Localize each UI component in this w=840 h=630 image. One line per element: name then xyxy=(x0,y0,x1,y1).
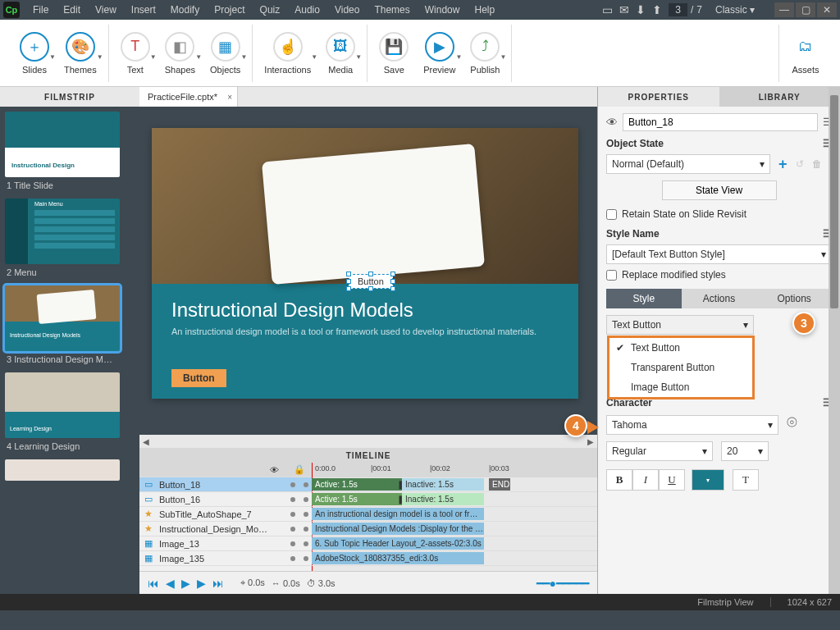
font-size-select[interactable]: 20▾ xyxy=(721,441,769,461)
slide-thumb-5[interactable] xyxy=(5,459,135,481)
plus-icon: ＋ xyxy=(20,32,49,62)
menu-help[interactable]: Help xyxy=(468,2,501,17)
dropdown-option-text-button[interactable]: ✔Text Button xyxy=(609,338,752,358)
timeline-row-subtitle[interactable]: ★SubTitle_AutoShape_7 xyxy=(139,507,312,522)
toolbar: ＋Slides▼ 🎨Themes▼ TText▼ ◧Shapes▼ ▦Objec… xyxy=(0,20,840,87)
grid-icon: ▦ xyxy=(211,32,240,62)
horizontal-scrollbar[interactable]: ◀▶ xyxy=(139,435,597,448)
button-type-select[interactable]: Text Button▾ ✔Text Button Transparent Bu… xyxy=(606,315,754,335)
state-view-button[interactable]: State View xyxy=(662,180,777,200)
timeline-play-button[interactable]: ▶ xyxy=(181,577,190,590)
assets-tool[interactable]: 🗂Assets xyxy=(791,32,820,75)
tab-library[interactable]: LIBRARY xyxy=(719,87,841,107)
menu-quiz[interactable]: Quiz xyxy=(253,2,287,17)
font-family-select[interactable]: Tahoma▾ xyxy=(606,415,778,435)
slide-sep: / xyxy=(691,4,693,16)
close-button[interactable]: ✕ xyxy=(817,2,837,17)
sub-tab-style[interactable]: Style xyxy=(606,289,682,308)
menu-project[interactable]: Project xyxy=(208,2,251,17)
timeline-zoom-slider[interactable]: ━━●━━━━━ xyxy=(536,577,589,590)
menu-modify[interactable]: Modify xyxy=(164,2,206,17)
menu-themes[interactable]: Themes xyxy=(368,2,416,17)
eye-icon[interactable]: 👁 xyxy=(270,465,279,475)
timeline-row-button18[interactable]: ▭Button_18 xyxy=(139,477,312,492)
menu-file[interactable]: File xyxy=(26,2,55,17)
save-tool[interactable]: 💾Save xyxy=(379,32,409,75)
text-icon: T xyxy=(121,32,150,62)
timeline-prev-button[interactable]: ◀ xyxy=(166,577,175,590)
menu-insert[interactable]: Insert xyxy=(125,2,162,17)
media-tool[interactable]: 🖼Media▼ xyxy=(326,32,355,75)
upload-icon[interactable]: ⬆ xyxy=(652,3,662,16)
slide-thumb-3[interactable]: Instructional Design Models 3 Instructio… xyxy=(5,285,135,364)
object-name-input[interactable] xyxy=(623,113,818,131)
slide-thumb-2[interactable]: Main Menu 2 Menu xyxy=(5,199,135,277)
typekit-icon[interactable]: ⦾ xyxy=(787,415,797,435)
style-name-select[interactable]: [Default Text Button Style]▾ xyxy=(606,244,832,264)
callout-4-pointer xyxy=(587,421,599,434)
properties-panel: PROPERTIES LIBRARY 👁 ☰ Object State☰ Nor… xyxy=(597,87,840,594)
app-logo: Cp xyxy=(3,2,20,18)
delete-state-icon[interactable]: 🗑 xyxy=(812,158,822,170)
state-reset-icon[interactable]: ↺ xyxy=(796,158,804,170)
timeline-row-image13[interactable]: ▦Image_13 xyxy=(139,536,312,551)
underline-button[interactable]: U xyxy=(659,469,685,491)
publish-icon: ⤴ xyxy=(470,32,500,62)
lock-icon[interactable]: 🔒 xyxy=(294,464,305,475)
slides-tool[interactable]: ＋Slides▼ xyxy=(20,32,49,75)
save-icon: 💾 xyxy=(379,32,409,62)
timeline-next-button[interactable]: ▶ xyxy=(197,577,206,590)
shapes-tool[interactable]: ◧Shapes▼ xyxy=(165,32,195,75)
timeline-first-button[interactable]: ⏮ xyxy=(148,577,159,590)
interactions-tool[interactable]: ☝Interactions▼ xyxy=(264,32,311,75)
text-color-swatch[interactable]: ▾ xyxy=(692,469,724,491)
sub-tab-options[interactable]: Options xyxy=(756,289,832,308)
timeline-ruler[interactable]: 0:00.0 |00:01 |00:02 |00:03 xyxy=(312,463,597,477)
slide-thumb-1[interactable]: Instructional Design 1 Title Slide xyxy=(5,112,135,190)
menu-audio[interactable]: Audio xyxy=(288,2,326,17)
menu-edit[interactable]: Edit xyxy=(57,2,87,17)
retain-state-checkbox[interactable] xyxy=(606,209,617,220)
state-select[interactable]: Normal (Default)▾ xyxy=(606,154,770,174)
timeline-row-title[interactable]: ★Instructional_Design_Mo… xyxy=(139,522,312,536)
slide-button-caption[interactable]: Button xyxy=(171,369,226,387)
filmstrip-panel: FILMSTRIP Instructional Design 1 Title S… xyxy=(0,87,139,594)
timeline-last-button[interactable]: ⏭ xyxy=(212,577,224,590)
bold-button[interactable]: B xyxy=(606,469,632,491)
add-state-button[interactable]: + xyxy=(778,156,788,173)
total-slides: 7 xyxy=(696,4,702,16)
highlight-button[interactable]: T xyxy=(733,469,759,491)
dropdown-option-transparent-button[interactable]: Transparent Button xyxy=(609,358,752,377)
font-style-select[interactable]: Regular▾ xyxy=(606,441,713,461)
objects-tool[interactable]: ▦Objects▼ xyxy=(210,32,240,75)
slide-thumb-4[interactable]: Learning Design 4 Learning Design xyxy=(5,372,135,451)
maximize-button[interactable]: ▢ xyxy=(796,2,815,17)
preview-tool[interactable]: ▶Preview▼ xyxy=(423,32,455,75)
publish-tool[interactable]: ⤴Publish▼ xyxy=(470,32,500,75)
menu-view[interactable]: View xyxy=(89,2,123,17)
file-tab[interactable]: PracticeFile.cptx*× xyxy=(139,87,238,107)
timeline-row-image135[interactable]: ▦Image_135 xyxy=(139,551,312,566)
text-tool[interactable]: TText▼ xyxy=(121,32,150,75)
menu-video[interactable]: Video xyxy=(328,2,366,17)
current-slide-number[interactable]: 3 xyxy=(669,3,687,16)
sub-tab-actions[interactable]: Actions xyxy=(682,289,757,308)
canvas[interactable]: Button Instructional Design Models An in… xyxy=(139,107,597,435)
visibility-icon[interactable]: 👁 xyxy=(606,116,618,129)
themes-tool[interactable]: 🎨Themes▼ xyxy=(64,32,97,75)
dropdown-option-image-button[interactable]: Image Button xyxy=(609,377,752,397)
slide-subtitle: An instructional design model is a tool … xyxy=(171,326,559,336)
mail-icon[interactable]: ✉ xyxy=(619,3,629,16)
minimize-button[interactable]: — xyxy=(774,2,794,17)
italic-button[interactable]: I xyxy=(632,469,659,491)
close-icon[interactable]: × xyxy=(227,93,232,102)
properties-scrollbar[interactable] xyxy=(829,87,840,594)
replace-styles-checkbox[interactable] xyxy=(606,270,617,281)
layout-dropdown[interactable]: Classic ▾ xyxy=(709,2,761,17)
selected-button-object[interactable]: Button xyxy=(349,274,393,289)
tab-properties[interactable]: PROPERTIES xyxy=(598,87,719,107)
comment-icon[interactable]: ▭ xyxy=(602,3,613,16)
menu-window[interactable]: Window xyxy=(418,2,467,17)
download-icon[interactable]: ⬇ xyxy=(636,3,646,16)
timeline-row-button16[interactable]: ▭Button_16 xyxy=(139,492,312,507)
